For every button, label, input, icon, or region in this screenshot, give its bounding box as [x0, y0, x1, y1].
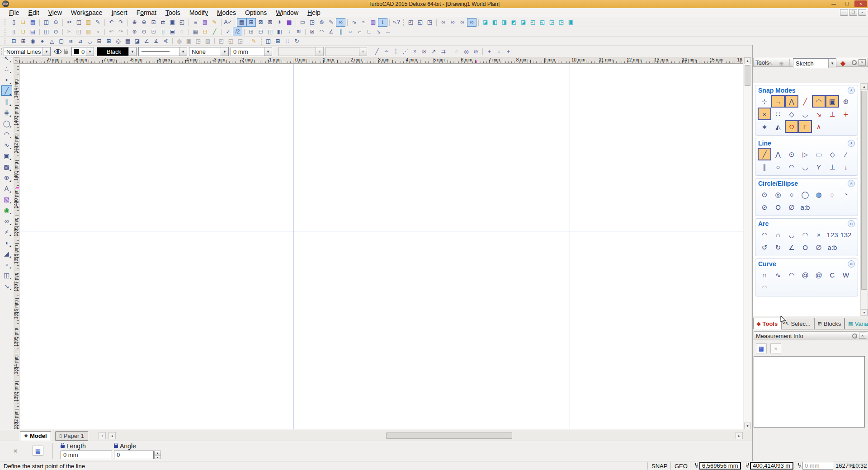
- line-tangent-two-arcs[interactable]: Y: [812, 160, 826, 173]
- tb2-open-drawing[interactable]: ⊔: [19, 28, 28, 36]
- tb3-slice-3d[interactable]: ◪: [132, 37, 142, 45]
- tb2-validate[interactable]: ✓: [223, 28, 233, 36]
- tab-variables[interactable]: ▦ Varia...: [844, 318, 868, 329]
- tb2-calculator[interactable]: ▦: [191, 28, 200, 36]
- tb2-paste-special[interactable]: ▥: [84, 28, 93, 36]
- snap-snap-terrain[interactable]: ◭: [771, 120, 785, 133]
- collapse-chevron-icon[interactable]: «: [848, 180, 855, 187]
- tb2-save-drawing[interactable]: ▤: [28, 28, 38, 36]
- angle-field[interactable]: 0: [114, 451, 154, 459]
- menu-file[interactable]: File: [5, 9, 24, 16]
- hscroll-right-icon[interactable]: ▸: [736, 432, 743, 439]
- tb1-full-view[interactable]: ◱: [177, 18, 187, 27]
- tb2-measure[interactable]: ╱: [210, 28, 219, 36]
- collapse-chevron-icon[interactable]: «: [848, 140, 855, 147]
- psnap-coord-down[interactable]: ↓: [494, 47, 504, 56]
- tb1-render-quality[interactable]: ∞: [467, 18, 476, 27]
- tb1-insert-text[interactable]: t: [378, 18, 387, 27]
- ruler-origin-icon[interactable]: ↖: [14, 57, 19, 64]
- tb2-view-cube[interactable]: ▣: [168, 28, 177, 36]
- line-tangent-to-arc[interactable]: ◠: [785, 160, 798, 173]
- psnap-snap-circle-node[interactable]: ◎: [462, 47, 471, 56]
- arc-arc-center-start-end[interactable]: ◠: [758, 228, 771, 241]
- snap-snap-nearest-point[interactable]: →: [771, 95, 785, 108]
- tb2-delete[interactable]: ◖: [93, 28, 103, 36]
- tb3-loft[interactable]: ◡: [85, 37, 94, 45]
- tb2-drawing-set[interactable]: ⊟: [200, 28, 210, 36]
- tb3-add-3d[interactable]: ⊞: [104, 37, 113, 45]
- tb1-group-select[interactable]: ◳: [425, 18, 434, 27]
- arc-arc-concentric[interactable]: ∩: [771, 228, 785, 241]
- snap-snap-auto[interactable]: ∗: [758, 120, 771, 133]
- tb2-node-edit[interactable]: ○: [345, 28, 355, 36]
- snap-snap-ortho[interactable]: Γ: [798, 120, 812, 133]
- lt-picture[interactable]: ▧: [1, 194, 12, 204]
- tb3-sphere-node[interactable]: ◉: [28, 37, 38, 45]
- tb1-format-painter[interactable]: ✎: [93, 18, 103, 27]
- tb1-insert-picture[interactable]: ▧: [200, 18, 210, 27]
- lt-double-line[interactable]: ∥: [1, 96, 12, 107]
- psnap-snap-circle-none[interactable]: ⊘: [471, 47, 481, 56]
- snap-snap-center[interactable]: ◠: [812, 95, 826, 108]
- mdi-minimize-button[interactable]: —: [840, 9, 848, 16]
- scroll-up-icon[interactable]: ▴: [744, 57, 751, 64]
- tb3-helix[interactable]: ≋: [66, 37, 75, 45]
- tb2-zoom-out-2[interactable]: ⊖: [139, 28, 149, 36]
- snap-snap-tangent[interactable]: ↘: [812, 108, 826, 120]
- pin-icon[interactable]: [852, 333, 857, 338]
- snap-toggle-status[interactable]: SNAP: [651, 463, 667, 470]
- maximize-button[interactable]: ❐: [841, 0, 854, 7]
- z-coordinate-field[interactable]: 0 mm: [802, 462, 833, 470]
- lt-array-copy[interactable]: ◫: [1, 270, 12, 280]
- arc-arc-tan-to-line[interactable]: ↻: [771, 241, 785, 254]
- canvas-vertical-scrollbar[interactable]: ▴ ▾: [744, 57, 751, 429]
- tb2-sheet[interactable]: ▯: [158, 28, 168, 36]
- circle-ellipse[interactable]: O: [771, 201, 785, 213]
- tb1-view-left[interactable]: ◪: [519, 18, 528, 27]
- tb3-disc-3d[interactable]: ◎: [113, 37, 123, 45]
- tb1-compass[interactable]: ⊚: [317, 18, 326, 27]
- snap-snap-perpendicular[interactable]: ⊥: [826, 108, 839, 120]
- tb1-layers[interactable]: ≡: [191, 18, 200, 27]
- menu-options[interactable]: Options: [241, 9, 271, 16]
- tb2-undo-2[interactable]: ↶: [107, 28, 116, 36]
- line-pattern-combo[interactable]: ▾: [138, 47, 187, 56]
- tb2-offset[interactable]: ∥: [336, 28, 345, 36]
- lt-transform[interactable]: ↘: [1, 281, 12, 291]
- arc-arc-rotated[interactable]: ↺: [758, 241, 771, 254]
- snap-snap-quadrant-3d[interactable]: ▣: [826, 95, 839, 108]
- line-tangent-from-point[interactable]: ◡: [798, 160, 812, 173]
- tb2-copy-2[interactable]: ◫: [74, 28, 84, 36]
- tb1-new[interactable]: ▯: [9, 18, 19, 27]
- palicon-select-arrow[interactable]: ↖: [756, 59, 765, 68]
- line-perpendicular-line[interactable]: ∕: [839, 148, 853, 160]
- tb1-previous-view[interactable]: ▣: [168, 18, 177, 27]
- tb3-angle-dim[interactable]: ∢: [161, 37, 170, 45]
- lt-trim[interactable]: ≠: [1, 226, 12, 237]
- tb2-order[interactable]: ≋: [294, 28, 303, 36]
- curve-spiral-ccw[interactable]: @: [812, 268, 826, 281]
- psnap-coord-plus[interactable]: +: [485, 47, 494, 56]
- menu-window[interactable]: Window: [271, 9, 303, 16]
- lt-multiline[interactable]: ⋕: [1, 107, 12, 118]
- tb3-extrude[interactable]: ⊿: [75, 37, 85, 45]
- curve-spline-through-points[interactable]: ◠: [785, 268, 798, 281]
- tb3-subtract-3d[interactable]: ⊟: [94, 37, 104, 45]
- tb1-print[interactable]: ◫: [42, 18, 51, 27]
- curve-spline-by-points[interactable]: ∩: [758, 268, 771, 281]
- tb2-paste-array[interactable]: ⊞: [246, 28, 256, 36]
- line-polygon-irregular[interactable]: ▷: [798, 148, 812, 160]
- tb1-view-iso[interactable]: ◪: [481, 18, 490, 27]
- curve-revision-cloud[interactable]: C: [826, 268, 839, 281]
- hatch-combo[interactable]: None▾: [189, 47, 229, 56]
- tb1-paste[interactable]: ▥: [84, 18, 93, 27]
- tb2-stretch[interactable]: ↔: [383, 28, 393, 36]
- tb1-no-ucs[interactable]: ⊠: [256, 18, 265, 27]
- tb3-wire-box[interactable]: ▢: [57, 37, 66, 45]
- psnap-snap-seg-mid[interactable]: ∸: [382, 47, 391, 56]
- circle-circle-tan-line-2[interactable]: ⊘: [758, 201, 771, 213]
- angle-stepper[interactable]: ▴▾: [154, 451, 161, 459]
- tb1-edit-bar[interactable]: ▭: [298, 18, 307, 27]
- lt-eraser[interactable]: ◖: [1, 237, 12, 248]
- tb2-zoom-in-2[interactable]: ⊕: [130, 28, 139, 36]
